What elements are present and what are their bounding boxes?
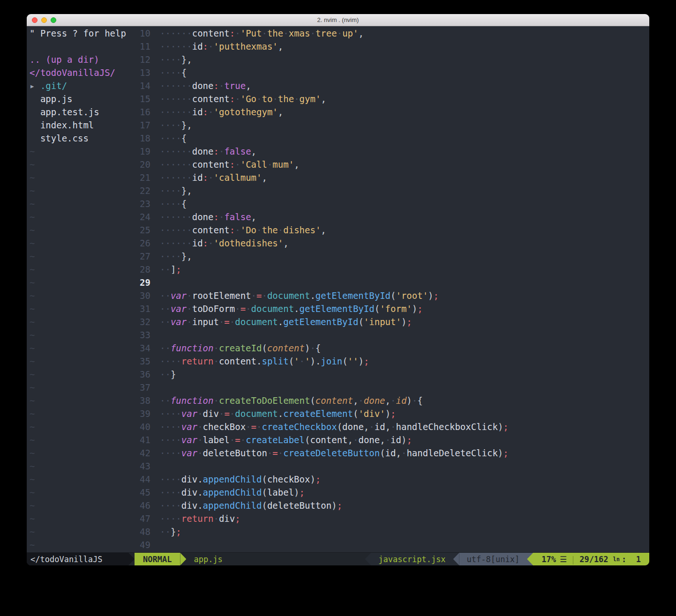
whitespace-dot: · [165,448,170,458]
minimize-button[interactable] [41,17,47,23]
whitespace-dot: · [171,199,176,209]
empty-line-tilde: ~ [30,223,135,237]
title-bar[interactable]: 2. nvim . (nvim) [27,14,649,26]
empty-line-tilde: ~ [30,210,135,223]
code-line[interactable]: 24······done:·false, [135,210,649,223]
whitespace-dot: · [391,422,396,432]
token: ; [434,290,439,301]
tree-blank-line [30,40,135,53]
empty-line-tilde: ~ [30,263,135,276]
code-editor[interactable]: 10······content:·'Put·the·xmas·tree·up',… [135,26,649,552]
token: : [213,81,218,91]
code-line[interactable]: 49 [135,538,649,551]
whitespace-dot: · [267,448,272,458]
token: app.test.js [30,107,99,117]
code-line[interactable]: 39····var·div·=·document.createElement('… [135,407,649,420]
code-line[interactable]: 15······content:·'Go·to·the·gym', [135,92,649,105]
code-line[interactable]: 10······content:·'Put·the·xmas·tree·up', [135,27,649,40]
code-line[interactable]: 41····var·label·=·createLabel(content,·d… [135,433,649,446]
code-line[interactable]: 13····{ [135,66,649,79]
empty-line-tilde: ~ [30,394,135,407]
code-line[interactable]: 38··function·createToDoElement(content,·… [135,394,649,407]
line-number: 25 [135,223,156,237]
code-line[interactable]: 43 [135,460,649,473]
token: label [267,487,294,497]
code-line[interactable]: 47····return·div; [135,512,649,525]
token: the [278,94,294,104]
token: , [348,435,353,445]
statusbar-filename: app.js [194,553,222,565]
token: deleteButton [203,448,267,458]
code-line[interactable]: 48··}; [135,525,649,538]
code-line[interactable]: 11······id:·'putthexmas', [135,40,649,53]
token: createCheckbox [262,422,337,432]
token: , [385,395,391,406]
token: : [203,172,208,183]
code-line[interactable]: 32··var·input·=·document.getElementById(… [135,315,649,328]
token: : [203,238,208,248]
whitespace-dot: · [176,41,181,52]
tree-item-file[interactable]: style.css [30,132,135,145]
whitespace-dot: · [165,474,170,484]
code-text: ··function·createToDoElement(content,·do… [156,395,423,406]
token: content [192,225,230,235]
whitespace-dot: · [165,408,170,419]
code-line[interactable]: 37 [135,381,649,394]
code-line[interactable]: 28··]; [135,263,649,276]
code-line[interactable]: 42····var·deleteButton·=·createDeleteBut… [135,446,649,460]
token: ~ [30,461,35,471]
tree-item-file[interactable]: app.test.js [30,105,135,119]
code-line[interactable]: 20······content:·'Call·mum', [135,158,649,171]
token: = [235,435,240,445]
code-line[interactable]: 31··var·toDoForm·=·document.getElementBy… [135,302,649,315]
code-line[interactable]: 22····}, [135,184,649,197]
code-line[interactable]: 18····{ [135,132,649,145]
code-line[interactable]: 12····}, [135,53,649,66]
token: false [224,212,251,222]
empty-line-tilde: ~ [30,276,135,289]
whitespace-dot: · [283,28,288,38]
zoom-button[interactable] [51,17,56,23]
code-line[interactable]: 29 [135,276,649,289]
code-line[interactable]: 21······id:·'callmum', [135,171,649,184]
code-line[interactable]: 27····}, [135,250,649,263]
tree-item-directory[interactable]: ▸ .git/ [30,79,135,92]
token: : [203,107,208,117]
code-line[interactable]: 35····return·content.split('·').join('')… [135,355,649,368]
token: content [267,343,305,353]
tree-item-file[interactable]: index.html [30,119,135,132]
whitespace-dot: · [160,225,165,235]
code-line[interactable]: 30··var·rootElement·=·document.getElemen… [135,289,649,302]
code-line[interactable]: 46····div.appendChild(deleteButton); [135,499,649,512]
code-line[interactable]: 26······id:·'dothedishes', [135,237,649,250]
whitespace-dot: · [219,81,224,91]
file-explorer[interactable]: " Press ? for help.. (up a dir)</todoVan… [27,26,135,552]
code-text: ····}, [156,251,192,261]
code-line[interactable]: 44····div.appendChild(checkBox); [135,473,649,486]
close-button[interactable] [32,17,38,23]
code-line[interactable]: 19······done:·false, [135,145,649,158]
tree-item-file[interactable]: app.js [30,92,135,105]
whitespace-dot: · [176,28,181,38]
code-line[interactable]: 23····{ [135,197,649,210]
code-line[interactable]: 34··function·createId(content)·{ [135,341,649,355]
whitespace-dot: · [160,159,165,170]
token: ~ [30,540,35,550]
tree-root[interactable]: </todoVanillaJS/ [30,66,135,79]
whitespace-dot: · [278,225,283,235]
whitespace-dot: · [176,238,181,248]
code-line[interactable]: 36··} [135,368,649,381]
code-line[interactable]: 25······content:·'Do·the·dishes', [135,223,649,237]
code-line[interactable]: 14······done:·true, [135,79,649,92]
token: , [385,422,391,432]
tree-up-dir[interactable]: .. (up a dir) [30,53,135,66]
code-line[interactable]: 16······id:·'gotothegym', [135,105,649,119]
whitespace-dot: · [181,159,187,170]
token: ~ [30,422,35,432]
code-line[interactable]: 33 [135,328,649,341]
code-text: ··}; [156,527,181,537]
code-line[interactable]: 40····var·checkBox·=·createCheckbox(done… [135,420,649,433]
code-line[interactable]: 17····}, [135,119,649,132]
whitespace-dot: · [208,172,213,183]
code-line[interactable]: 45····div.appendChild(label); [135,486,649,499]
